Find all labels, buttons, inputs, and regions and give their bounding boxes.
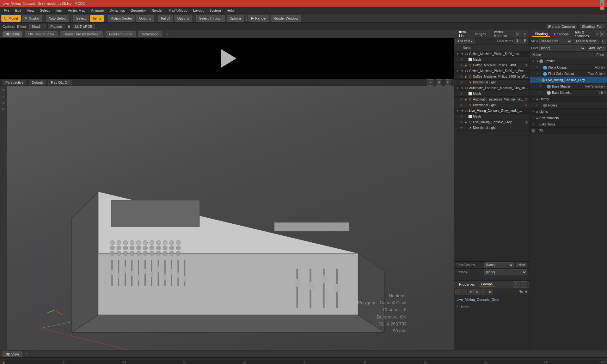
items-button[interactable]: Items xyxy=(90,15,104,22)
view-type-button[interactable]: Perspective xyxy=(3,80,26,85)
tab-channels[interactable]: Channels xyxy=(551,32,571,37)
f-button[interactable]: F xyxy=(522,39,528,44)
render-button[interactable]: ▶ Render xyxy=(248,15,269,22)
item-eye-9[interactable]: 👁 xyxy=(459,97,463,102)
menu-vertex-map[interactable]: Vertex Map xyxy=(65,8,88,13)
shading-list-item[interactable]: 👁 ▼ Live_Mixing_Console_Grey xyxy=(530,77,607,83)
list-item[interactable]: 👁 ☀ Directional Light ✕ xyxy=(454,102,530,108)
item-eye-4[interactable]: 👁 xyxy=(455,69,460,73)
tab-images[interactable]: Images xyxy=(472,31,489,37)
auto-select-button[interactable]: Auto Select xyxy=(46,15,69,22)
tab-vertex-map-list[interactable]: Vertex Map List xyxy=(491,30,511,39)
select-through-button[interactable]: Select Through xyxy=(196,15,225,22)
item-eye-6[interactable]: 👁 xyxy=(459,80,463,85)
menu-maxtomodo[interactable]: MaxToModo xyxy=(166,8,190,13)
item-arrow-13[interactable]: ▶ xyxy=(464,120,468,124)
viewport-3d[interactable]: ⊕ ↗ ⊙ ⊗ xyxy=(0,86,454,350)
item-arrow-11[interactable]: ▼ xyxy=(460,109,464,113)
shading-list-item[interactable]: 👁 Nodes xyxy=(530,102,607,109)
list-item[interactable]: 👁 ⬜ Mesh xyxy=(454,114,530,119)
item-list-expand-button[interactable]: ⤢ xyxy=(516,31,520,37)
add-bottom-tab-button[interactable]: + xyxy=(24,351,29,356)
menu-animate[interactable]: Animate xyxy=(89,8,106,13)
item-eye-1[interactable]: 👁 xyxy=(455,52,460,56)
shading-effect-arrow-2[interactable]: ▾ xyxy=(604,66,606,69)
item-eye-11[interactable]: 👁 xyxy=(455,109,460,113)
list-item[interactable]: 👁 ▶ ⬡ Coffee_Machine_Philips_5400 (2) xyxy=(454,63,530,68)
shading-eye-2[interactable]: 👁 xyxy=(535,65,539,70)
viewport-fullscreen-button[interactable]: ⤢ xyxy=(427,79,433,86)
shading-eye-3[interactable]: 👁 xyxy=(535,72,539,76)
prop-forward-button[interactable]: → xyxy=(462,289,467,294)
add-layer-button[interactable]: Add Layer xyxy=(587,46,606,51)
tab-render-preset-browser[interactable]: Render Preset Browser xyxy=(60,31,103,37)
shading-expand-button[interactable]: ⤢ xyxy=(595,31,599,37)
select-button[interactable]: Select xyxy=(73,15,89,22)
bottom-tab-3d-view[interactable]: 3D View xyxy=(3,351,22,357)
shading-list-item[interactable]: 👁 Base Shader Full Shading ▾ xyxy=(530,83,607,90)
ray-gl-button[interactable]: Ray GL: Off xyxy=(48,80,72,85)
timeline-ruler[interactable]: 0 12 24 36 48 60 72 84 96 108 120 xyxy=(3,360,604,364)
properties-expand-button[interactable]: ⤢ xyxy=(513,281,519,288)
shading-list-item[interactable]: 👁 Base Material (all) ▾ xyxy=(530,90,607,96)
options-button-3[interactable]: Options xyxy=(227,15,244,22)
item-eye-3[interactable]: 👁 xyxy=(459,63,463,68)
shading-eye-5[interactable]: 👁 xyxy=(539,84,543,89)
item-eye-12[interactable]: 👁 xyxy=(459,114,463,119)
tab-properties[interactable]: Properties xyxy=(457,282,477,287)
vp-tool-1[interactable]: ⊕ xyxy=(1,87,6,93)
sculpt-button[interactable]: ✏ Sculpt xyxy=(22,15,42,22)
falloff-button[interactable]: Falloff xyxy=(158,15,173,22)
list-item[interactable]: 👁 ▶ ⬡ Live_Mixing_Console_Grey (2) xyxy=(454,119,530,125)
tab-uv-texture-view[interactable]: UV Texture View xyxy=(25,31,58,37)
maximize-button[interactable]: □ xyxy=(600,1,604,6)
tab-info-statistics[interactable]: Info & Statistics xyxy=(573,30,592,39)
item-eye-10[interactable]: 👁 xyxy=(459,103,463,107)
shader-tree-select[interactable]: Shader Tree xyxy=(539,39,572,44)
item-arrow-1[interactable]: ▼ xyxy=(460,52,464,56)
prop-grid-button[interactable]: ▣ xyxy=(487,289,493,294)
shading-list-item[interactable]: 👁 ▶ Library xyxy=(530,96,607,102)
action-center-button[interactable]: Action Center xyxy=(108,15,135,22)
list-item[interactable]: 👁 ⬜ Mesh xyxy=(454,57,530,63)
shading-eye-lights[interactable]: 👁 xyxy=(531,110,536,114)
tab-3d-view[interactable]: 3D View xyxy=(3,31,22,37)
list-item[interactable]: 👁 ☀ Directional Light xyxy=(454,80,530,85)
close-button[interactable]: ✕ xyxy=(600,6,604,10)
item-list-close-button[interactable]: ✕ xyxy=(523,31,527,37)
item-eye-13[interactable]: 👁 xyxy=(459,120,463,124)
item-eye-5[interactable]: 👁 xyxy=(459,75,463,79)
menu-render[interactable]: Render xyxy=(149,8,165,13)
viewport-snap-button[interactable]: ⊞ xyxy=(436,79,442,86)
vp-tool-3[interactable]: ⊙ xyxy=(1,100,6,106)
vp-tool-2[interactable]: ↗ xyxy=(1,94,6,99)
prop-add-button[interactable]: ⊕ xyxy=(468,289,474,294)
shading-arrow-env[interactable]: ▶ xyxy=(536,116,539,120)
shading-close-button[interactable]: ✕ xyxy=(600,31,604,37)
prop-remove-button[interactable]: ⊗ xyxy=(474,289,480,294)
shading-eye-4[interactable]: 👁 xyxy=(535,78,539,82)
shading-list-item[interactable]: 👁 ▶ Lights xyxy=(530,109,607,115)
f-shading-button[interactable]: F xyxy=(601,39,606,44)
tab-gradient-editor[interactable]: Gradient Editor xyxy=(106,31,136,37)
options-button-1[interactable]: Options xyxy=(136,15,154,22)
shading-mode-button[interactable]: Default xyxy=(29,80,46,85)
shading-eye-lib[interactable]: 👁 xyxy=(531,97,536,101)
list-item[interactable]: 👁 ▼ ⬡ Coffee_Machine_Philips_5400_bas... xyxy=(454,51,530,57)
menu-select[interactable]: Select xyxy=(37,8,52,13)
menu-file[interactable]: File xyxy=(1,8,12,13)
menu-layout[interactable]: Layout xyxy=(191,8,206,13)
list-item[interactable]: 👁 ▼ ⬡ Automatic_Espresso_Machine_Grey_mo… xyxy=(454,85,530,91)
menu-item[interactable]: Item xyxy=(53,8,64,13)
item-arrow-7[interactable]: ▼ xyxy=(460,86,464,90)
shading-filter-select[interactable]: (none) xyxy=(539,46,586,51)
shading-arrow-lights[interactable]: ▶ xyxy=(536,110,539,114)
item-x-10[interactable]: ✕ xyxy=(524,103,528,107)
shading-list-item[interactable]: 👁 Final Color Output Final Color ▾ xyxy=(530,71,607,77)
list-item[interactable]: 👁 ▼ ⬡ Live_Mixing_Console_Grey_modo_... xyxy=(454,108,530,114)
shading-arrow-lib[interactable]: ▶ xyxy=(536,97,539,101)
menu-dynamics[interactable]: Dynamics xyxy=(107,8,127,13)
paused-label[interactable]: Paused xyxy=(48,24,64,29)
item-eye-7[interactable]: 👁 xyxy=(455,86,460,90)
menu-edit[interactable]: Edit xyxy=(13,8,24,13)
